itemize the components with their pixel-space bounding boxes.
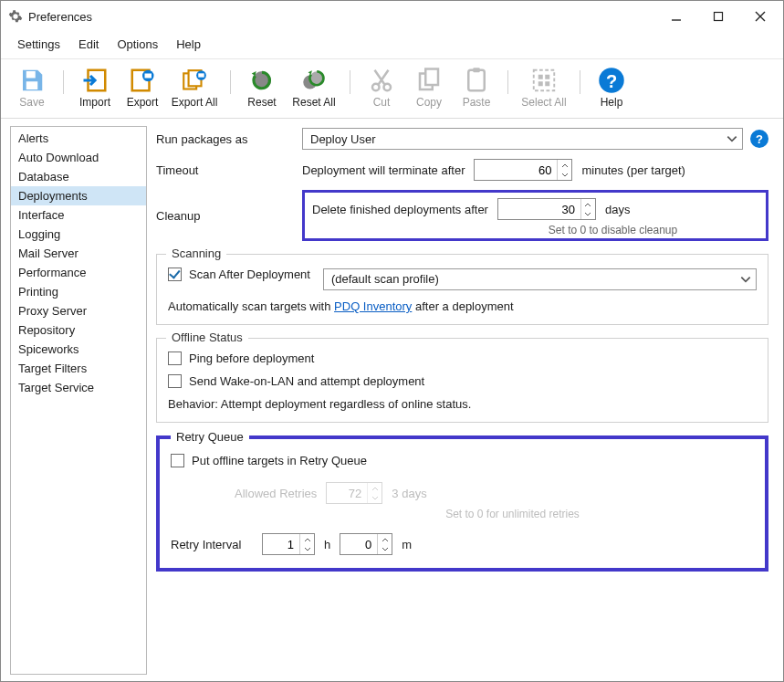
cleanup-input[interactable] (498, 199, 580, 219)
cleanup-post: days (605, 203, 630, 216)
retry-minutes-input[interactable] (340, 534, 377, 554)
import-icon (81, 67, 109, 94)
svg-rect-6 (145, 74, 152, 79)
main-panel: Run packages as Deploy User ? Timeout De… (154, 126, 774, 675)
scanning-group: Scanning Scan After Deployment (default … (156, 254, 768, 325)
retry-interval-label: Retry Interval (171, 538, 253, 551)
reset-all-icon (300, 67, 328, 94)
svg-rect-24 (545, 81, 549, 86)
svg-rect-0 (715, 13, 723, 21)
sidebar-item-target-service[interactable]: Target Service (11, 378, 146, 397)
retry-put-checkbox[interactable]: Put offline targets in Retry Queue (171, 454, 367, 467)
minimize-button[interactable] (655, 3, 697, 30)
reset-button[interactable]: Reset (238, 65, 286, 110)
chevron-down-icon (726, 132, 738, 145)
copy-button[interactable]: Copy (405, 65, 453, 110)
import-button[interactable]: Import (71, 65, 119, 110)
spin-up[interactable] (300, 534, 314, 544)
scan-profile-select[interactable]: (default scan profile) (323, 268, 757, 290)
checkbox-icon (168, 351, 182, 365)
reset-icon (248, 67, 276, 94)
menu-settings[interactable]: Settings (10, 36, 68, 53)
sidebar-item-alerts[interactable]: Alerts (11, 129, 146, 148)
pdq-inventory-link[interactable]: PDQ Inventory (334, 299, 412, 313)
timeout-label: Timeout (156, 163, 302, 177)
spin-down[interactable] (581, 209, 595, 219)
allowed-retries-input (327, 483, 367, 503)
sidebar-item-target-filters[interactable]: Target Filters (11, 359, 146, 378)
timeout-post: minutes (per target) (581, 163, 685, 177)
sidebar-item-proxy-server[interactable]: Proxy Server (11, 301, 146, 320)
spin-down[interactable] (300, 544, 314, 554)
cleanup-hint: Set to 0 to disable cleanup (467, 224, 758, 236)
menu-edit[interactable]: Edit (71, 36, 106, 53)
toolbar: Save Import Export Export All Reset Rese… (1, 59, 783, 119)
paste-button[interactable]: Paste (453, 65, 500, 110)
menu-options[interactable]: Options (110, 36, 165, 53)
timeout-input[interactable] (475, 160, 557, 180)
svg-rect-10 (198, 73, 204, 77)
sidebar-item-deployments[interactable]: Deployments (11, 186, 146, 205)
menu-help[interactable]: Help (169, 36, 208, 53)
cut-button[interactable]: Cut (358, 65, 405, 110)
scan-after-checkbox[interactable]: Scan After Deployment (168, 268, 310, 281)
retry-minutes-spinner[interactable] (340, 533, 392, 555)
sidebar-item-printing[interactable]: Printing (11, 282, 146, 301)
svg-rect-2 (26, 81, 38, 89)
allowed-retries-post: 3 days (392, 487, 426, 500)
reset-all-button[interactable]: Reset All (286, 65, 342, 110)
allowed-retries-hint: Set to 0 for unlimited retries (271, 508, 754, 520)
spin-up[interactable] (558, 160, 571, 170)
svg-rect-17 (425, 69, 438, 86)
svg-rect-21 (538, 75, 543, 79)
runas-select[interactable]: Deploy User (302, 128, 743, 150)
paste-icon (463, 67, 490, 94)
sidebar-item-spiceworks[interactable]: Spiceworks (11, 340, 146, 359)
help-button[interactable]: ? Help (588, 65, 635, 110)
close-button[interactable] (739, 3, 781, 30)
sidebar-item-performance[interactable]: Performance (11, 263, 146, 282)
sidebar-item-interface[interactable]: Interface (11, 205, 146, 225)
spin-down[interactable] (558, 170, 571, 180)
chevron-down-icon (739, 273, 752, 286)
spin-up[interactable] (581, 199, 595, 209)
retry-hours-input[interactable] (263, 534, 299, 554)
gear-icon (8, 9, 23, 24)
sidebar-item-logging[interactable]: Logging (11, 225, 146, 244)
allowed-retries-spinner (326, 482, 382, 504)
svg-rect-1 (26, 71, 36, 79)
ping-checkbox[interactable]: Ping before deployment (168, 351, 314, 365)
floppy-icon (18, 67, 46, 94)
svg-rect-23 (538, 81, 543, 86)
wol-checkbox[interactable]: Send Wake-on-LAN and attempt deployment (168, 374, 424, 388)
field-help-button[interactable]: ? (750, 130, 768, 148)
select-all-button[interactable]: Select All (516, 65, 572, 110)
checkbox-icon (168, 268, 182, 281)
export-all-button[interactable]: Export All (166, 65, 223, 110)
svg-rect-22 (545, 75, 549, 79)
spin-down[interactable] (378, 544, 392, 554)
select-all-icon (530, 67, 558, 94)
cleanup-spinner[interactable] (497, 198, 596, 220)
window-title: Preferences (28, 10, 655, 24)
checkbox-icon (168, 374, 182, 388)
retry-group: Retry Queue Put offline targets in Retry… (156, 435, 768, 572)
maximize-button[interactable] (697, 3, 739, 30)
spin-up[interactable] (378, 534, 392, 544)
export-icon (129, 67, 156, 94)
retry-hours-spinner[interactable] (262, 533, 315, 555)
sidebar-item-mail-server[interactable]: Mail Server (11, 244, 146, 263)
sidebar-item-repository[interactable]: Repository (11, 320, 146, 340)
offline-legend: Offline Status (166, 331, 248, 344)
export-button[interactable]: Export (119, 65, 166, 110)
sidebar-item-auto-download[interactable]: Auto Download (11, 148, 146, 167)
retry-legend: Retry Queue (171, 430, 249, 444)
save-button[interactable]: Save (8, 65, 56, 110)
runas-label: Run packages as (156, 132, 302, 146)
cleanup-pre: Delete finished deployments after (312, 203, 488, 216)
sidebar-item-database[interactable]: Database (11, 167, 146, 186)
timeout-spinner[interactable] (474, 159, 572, 181)
svg-text:?: ? (606, 71, 617, 91)
scanning-note: Automatically scan targets with PDQ Inve… (168, 299, 757, 313)
svg-rect-20 (534, 70, 555, 91)
